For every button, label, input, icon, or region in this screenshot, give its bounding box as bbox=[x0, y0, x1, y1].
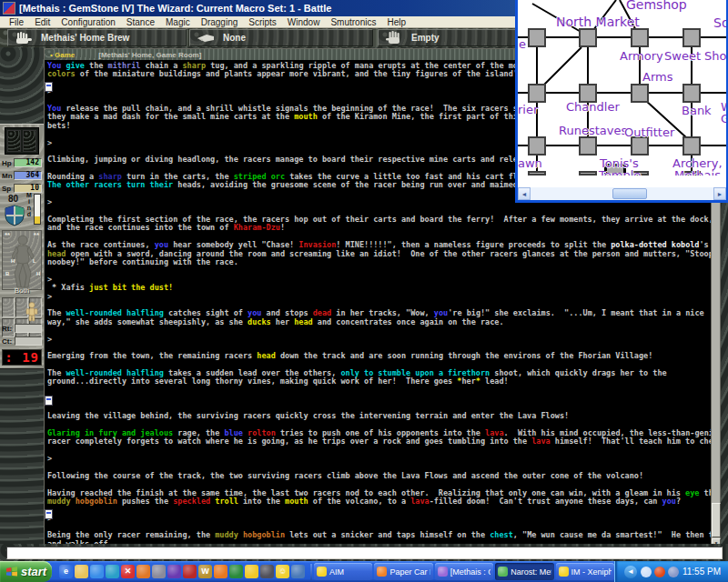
scroll-track[interactable] bbox=[531, 187, 713, 200]
left-hand-button[interactable]: None bbox=[189, 29, 373, 46]
menu-dragging[interactable]: Dragging bbox=[196, 17, 244, 27]
map-label: G bbox=[721, 112, 726, 125]
camera-icon[interactable] bbox=[152, 565, 166, 578]
wizard-hand-icon bbox=[14, 31, 34, 45]
menu-magic[interactable]: Magic bbox=[160, 17, 196, 27]
led-clock: : 19 bbox=[2, 349, 42, 366]
map-node[interactable] bbox=[631, 84, 649, 103]
compass-panel[interactable] bbox=[5, 127, 39, 155]
game-line: > bbox=[47, 455, 713, 463]
green-orb-icon[interactable] bbox=[229, 565, 243, 578]
map-horizontal-scrollbar[interactable]: ◄ ► bbox=[518, 187, 726, 200]
game-line: Leaving the village behind, the survivin… bbox=[47, 412, 713, 420]
menu-scripts[interactable]: Scripts bbox=[243, 17, 282, 27]
folder-icon[interactable] bbox=[75, 565, 88, 578]
macro-set-button[interactable]: Methais' Home Brew bbox=[7, 29, 187, 46]
globe-icon[interactable] bbox=[106, 565, 119, 578]
scroll-left-icon[interactable]: ◄ bbox=[518, 187, 531, 200]
map-label: Methais bbox=[674, 168, 721, 176]
health-bar: 142 bbox=[14, 158, 42, 167]
map-node[interactable] bbox=[631, 136, 649, 156]
windows-flag-icon bbox=[5, 566, 18, 577]
menu-configuration[interactable]: Configuration bbox=[56, 17, 120, 27]
map-node[interactable] bbox=[528, 84, 546, 103]
health-label: Hp bbox=[2, 159, 14, 167]
macro-set-label: Methais' Home Brew bbox=[41, 33, 129, 43]
smiley-icon[interactable]: ☺ bbox=[276, 565, 289, 578]
red-status-icon[interactable] bbox=[654, 567, 665, 577]
menu-edit[interactable]: Edit bbox=[29, 17, 56, 27]
left-hand-label: None bbox=[223, 33, 246, 43]
game-line bbox=[47, 266, 713, 275]
mana-label: Mn bbox=[2, 172, 14, 180]
display-icon[interactable] bbox=[641, 567, 652, 577]
body-status-panel[interactable]: ** ** HLBH bbox=[2, 230, 42, 290]
tray-chevron-icon[interactable]: ◄ bbox=[624, 566, 637, 578]
task-button--methais-ge-[interactable]: [Methais : Ge... bbox=[435, 563, 493, 580]
game-line: > bbox=[47, 515, 713, 523]
map-node[interactable] bbox=[682, 28, 701, 47]
pinwheel-icon[interactable]: ✕ bbox=[121, 565, 135, 578]
start-button[interactable]: start bbox=[0, 561, 52, 582]
scroll-thumb[interactable] bbox=[712, 503, 721, 537]
map-node[interactable] bbox=[528, 136, 546, 156]
map-node[interactable] bbox=[631, 28, 649, 47]
command-input[interactable] bbox=[6, 547, 723, 559]
red-shoe-icon[interactable] bbox=[183, 565, 197, 578]
game-line: > bbox=[47, 293, 713, 301]
health-row: Hp 142 bbox=[2, 157, 42, 168]
stance-label: Both bbox=[0, 286, 44, 295]
scroll-right-icon[interactable]: ► bbox=[713, 187, 726, 200]
map-node[interactable] bbox=[528, 28, 546, 47]
game-line: noobey!" before continuing with the race… bbox=[47, 258, 713, 266]
mind-label: Mind bbox=[25, 192, 33, 217]
mind-meter bbox=[34, 194, 41, 225]
aim-icon[interactable] bbox=[245, 565, 258, 578]
task-button-im-xeniphite-[interactable]: IM - Xeniphite! bbox=[556, 563, 614, 580]
casttime-row: Ct: bbox=[2, 336, 42, 346]
task-button-icon bbox=[438, 567, 448, 577]
messenger-icon[interactable] bbox=[90, 565, 104, 578]
antivirus-shield-icon[interactable] bbox=[668, 567, 679, 577]
command-area bbox=[0, 544, 728, 561]
game-line: * Xafis just bit the dust! bbox=[47, 284, 713, 292]
game-tab[interactable]: • Game bbox=[50, 51, 75, 59]
tray-clock: 11:55 PM bbox=[682, 567, 721, 577]
tray-icons bbox=[641, 567, 679, 577]
right-hand-icon bbox=[384, 31, 404, 45]
map-node[interactable] bbox=[682, 136, 701, 156]
gray-orb-icon[interactable] bbox=[260, 565, 274, 578]
menu-smutronics[interactable]: Smutronics bbox=[325, 17, 381, 27]
map-label: e bbox=[519, 37, 526, 51]
blue-globe-icon[interactable] bbox=[291, 565, 305, 578]
scroll-thumb[interactable] bbox=[612, 188, 647, 199]
task-button-aim[interactable]: AIM bbox=[314, 563, 372, 580]
right-hand-label: Empty bbox=[411, 33, 440, 43]
orange-orb-icon[interactable] bbox=[136, 565, 150, 578]
map-node[interactable] bbox=[579, 171, 597, 176]
mana-bar: 364 bbox=[14, 171, 42, 180]
task-button-narost-methai-[interactable]: Narost: Methai... bbox=[495, 563, 553, 580]
menu-window[interactable]: Window bbox=[282, 17, 326, 27]
task-button-icon bbox=[559, 567, 569, 577]
map-node[interactable] bbox=[682, 84, 701, 103]
internet-explorer-icon[interactable]: e bbox=[59, 565, 73, 578]
map-node[interactable] bbox=[579, 136, 597, 156]
map-node[interactable] bbox=[579, 28, 597, 47]
menu-help[interactable]: Help bbox=[381, 17, 411, 27]
task-button-icon bbox=[317, 567, 327, 577]
note-icon bbox=[45, 509, 53, 519]
task-button-paper-car-man-[interactable]: Paper Car Man... bbox=[374, 563, 432, 580]
map-window[interactable]: GemshopNorth MarketSolArmorySweet ShopAr… bbox=[515, 0, 728, 203]
game-line bbox=[47, 386, 713, 395]
firefox-icon[interactable] bbox=[214, 565, 228, 578]
map-node[interactable] bbox=[528, 171, 546, 176]
map-label: Temple bbox=[599, 168, 641, 176]
task-button-label: AIM bbox=[329, 567, 344, 577]
media-player-icon[interactable] bbox=[167, 565, 181, 578]
wow-icon[interactable]: W bbox=[198, 565, 212, 578]
map-label: Runestaves bbox=[559, 124, 627, 137]
system-tray: ◄ 11:55 PM bbox=[614, 561, 728, 582]
menu-stance[interactable]: Stance bbox=[121, 17, 160, 27]
menu-file[interactable]: File bbox=[4, 17, 29, 27]
